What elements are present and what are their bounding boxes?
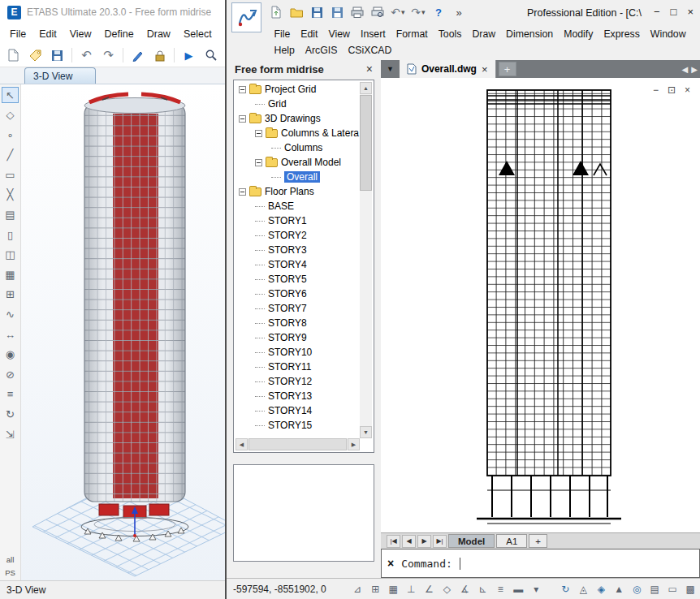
side-label-all[interactable]: all (6, 555, 15, 564)
save-button[interactable] (309, 4, 324, 20)
tab-a1[interactable]: A1 (496, 534, 527, 548)
lock-model-button[interactable] (150, 46, 169, 65)
tree-item-story2[interactable]: STORY2 (235, 228, 360, 243)
tree-item-story4[interactable]: STORY4 (235, 257, 360, 272)
plot-preview-button[interactable] (370, 4, 385, 20)
tab-model[interactable]: Model (448, 534, 495, 548)
help-button[interactable]: ? (431, 4, 446, 20)
tree-item-overall[interactable]: Overall (235, 170, 360, 184)
zoom-button[interactable] (201, 46, 220, 65)
menu-csixcad[interactable]: CSiXCAD (343, 43, 397, 58)
draw-reference-point-button[interactable]: ◉ (2, 347, 19, 363)
draw-wall-button[interactable]: ▯ (2, 226, 19, 243)
collapse-icon[interactable] (239, 86, 246, 93)
menu-tools[interactable]: Tools (433, 27, 467, 41)
quick-draw-secondary-beams-button[interactable]: ▤ (2, 207, 19, 223)
tree-item-3d-drawings[interactable]: 3D Drawings (235, 111, 360, 126)
drawing-canvas[interactable]: − ⊡ × (381, 78, 700, 532)
plot-button[interactable] (350, 4, 365, 20)
menu-express[interactable]: Express (598, 27, 645, 41)
save-model-button[interactable] (48, 46, 67, 65)
document-tab-overall-dwg[interactable]: Overall.dwg × (400, 60, 496, 78)
minimize-button[interactable]: − (654, 6, 660, 18)
tree-item-story8[interactable]: STORY8 (235, 316, 360, 330)
menu-file[interactable]: File (269, 27, 296, 41)
tree-item-story12[interactable]: STORY12 (235, 374, 360, 389)
toolbar-overflow-button[interactable]: » (452, 4, 466, 20)
menu-file[interactable]: File (3, 26, 32, 42)
close-button[interactable]: × (687, 6, 694, 18)
menu-select[interactable]: Select (177, 26, 218, 42)
close-tab-icon[interactable]: × (482, 63, 488, 75)
quick-view-layouts-icon[interactable]: ▩ (683, 581, 698, 597)
tree-vertical-scrollbar[interactable]: ▲ ▼ (360, 82, 372, 438)
app-logo-icon[interactable] (231, 2, 261, 32)
tree-horizontal-scrollbar[interactable]: ◀ ▶ (235, 438, 360, 450)
maximize-button[interactable]: □ (671, 6, 677, 18)
undo-button[interactable]: ↶ ▾ (391, 4, 405, 20)
command-line[interactable]: × Command: (381, 549, 700, 578)
scrollbar-thumb[interactable] (248, 438, 347, 450)
draw-links-button[interactable]: ∿ (2, 307, 19, 323)
panel-close-icon[interactable]: × (366, 62, 373, 75)
quick-draw-wall-button[interactable]: ◫ (2, 247, 19, 263)
menu-view[interactable]: View (323, 27, 355, 41)
tree-item-overall-model[interactable]: Overall Model (235, 155, 360, 170)
save-as-button[interactable] (330, 4, 344, 20)
layout-nav-prev-icon[interactable]: ◀ (402, 535, 416, 548)
object-snap-icon[interactable]: ◇ (439, 581, 455, 597)
menu-dimension[interactable]: Dimension (501, 27, 559, 41)
new-document-tab-button[interactable]: + (499, 62, 516, 76)
run-analysis-button[interactable]: ▶ (179, 46, 198, 65)
collapse-icon[interactable] (255, 159, 262, 166)
command-close-icon[interactable]: × (387, 557, 394, 570)
tree-item-floor-plans[interactable]: Floor Plans (235, 184, 360, 199)
child-minimize-icon[interactable]: − (653, 84, 659, 96)
open-button[interactable] (289, 4, 304, 20)
tree-item-story9[interactable]: STORY9 (235, 330, 360, 345)
menu-view[interactable]: View (63, 26, 98, 42)
tree-item-story13[interactable]: STORY13 (235, 389, 360, 403)
draw-dimension-line-button[interactable]: ↔ (2, 326, 19, 343)
layout-nav-last-icon[interactable]: ▶| (433, 535, 447, 548)
workspace-switching-icon[interactable]: ◎ (629, 581, 645, 597)
grid-display-icon[interactable]: ▦ (386, 581, 401, 597)
tree-item-story1[interactable]: STORY1 (235, 213, 360, 228)
edit-pencil-button[interactable] (128, 46, 147, 65)
menu-help[interactable]: Help (269, 43, 300, 58)
menu-insert[interactable]: Insert (355, 27, 391, 41)
new-model-button[interactable] (4, 46, 23, 65)
tree-item-story15[interactable]: STORY15 (235, 418, 360, 433)
lineweight-icon[interactable]: ▬ (511, 581, 526, 597)
scroll-left-icon[interactable]: ◀ (235, 438, 248, 450)
annotation-scale-icon[interactable]: ▲ (611, 581, 627, 597)
ortho-mode-icon[interactable]: ⊥ (404, 581, 419, 597)
tree-item-grid[interactable]: Grid (235, 97, 360, 111)
tab-scroll-right-icon[interactable]: ▶ (691, 65, 698, 74)
collapse-icon[interactable] (255, 130, 262, 137)
rubber-band-zoom-button[interactable]: ⇲ (2, 426, 19, 442)
undo-button[interactable]: ↶ (77, 46, 96, 65)
collapse-icon[interactable] (239, 115, 246, 123)
tree-item-story10[interactable]: STORY10 (235, 345, 360, 360)
draw-floor-button[interactable]: ▦ (2, 266, 19, 282)
new-layout-tab-button[interactable]: + (529, 534, 547, 548)
model-3d-viewport[interactable] (21, 84, 225, 580)
dynamic-ucs-icon[interactable]: ⊾ (475, 581, 490, 597)
menu-modify[interactable]: Modify (559, 27, 598, 41)
new-drawing-button[interactable] (269, 4, 283, 20)
child-restore-icon[interactable]: ⊡ (668, 84, 676, 96)
layout-nav-next-icon[interactable]: ▶ (417, 535, 431, 548)
tree-item-project-grid[interactable]: Project Grid (235, 82, 360, 97)
collapse-icon[interactable] (239, 188, 246, 196)
draw-frame-button[interactable]: ╱ (2, 147, 19, 163)
undo-dropdown-icon[interactable]: ▾ (401, 8, 405, 16)
autoscale-icon[interactable]: ◈ (594, 581, 609, 597)
scroll-right-icon[interactable]: ▶ (348, 438, 360, 450)
child-close-icon[interactable]: × (685, 84, 690, 96)
side-label-ps[interactable]: PS (5, 568, 15, 577)
tab-scroll-left-icon[interactable]: ◀ (682, 65, 689, 74)
menu-edit[interactable]: Edit (296, 27, 323, 41)
annotation-monitor-icon[interactable]: ▤ (647, 581, 663, 597)
draw-joint-button[interactable]: ∘ (2, 127, 19, 143)
